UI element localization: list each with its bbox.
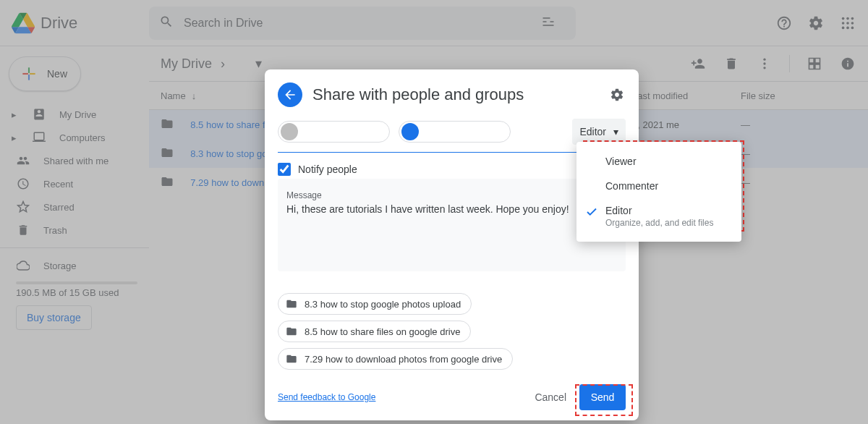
send-button[interactable]: Send [579, 384, 626, 410]
dialog-gear-icon[interactable] [608, 86, 626, 103]
role-option[interactable]: Commenter [576, 174, 741, 198]
people-input-row[interactable]: Editor▾ [278, 119, 626, 153]
back-button[interactable] [278, 82, 302, 107]
person-chip[interactable] [399, 121, 511, 143]
avatar-icon [401, 123, 419, 140]
folder-icon [286, 326, 297, 337]
caret-down-icon: ▾ [613, 126, 618, 137]
person-chip[interactable] [278, 121, 390, 143]
attachment-chip[interactable]: 8.3 how to stop google photos upload [278, 293, 472, 315]
avatar-icon [281, 123, 298, 140]
share-dialog: Share with people and groups Editor▾ Not… [265, 69, 639, 420]
message-textarea[interactable]: Hi, these are tutorials I have written l… [286, 200, 617, 264]
feedback-link[interactable]: Send feedback to Google [278, 392, 375, 402]
role-option[interactable]: Viewer [576, 149, 741, 174]
role-dropdown[interactable]: Editor▾ [572, 119, 626, 145]
cancel-button[interactable]: Cancel [535, 391, 566, 403]
check-icon [585, 205, 598, 221]
folder-icon [286, 298, 297, 310]
folder-icon [286, 353, 297, 365]
attachment-chip[interactable]: 8.5 how to share files on google drive [278, 321, 471, 342]
dialog-title: Share with people and groups [312, 85, 598, 104]
attachments-list: 8.3 how to stop google photos upload8.5 … [278, 293, 626, 370]
role-option[interactable]: EditorOrganize, add, and edit files [576, 198, 741, 234]
message-label: Message [286, 190, 617, 200]
notify-checkbox[interactable]: Notify people [278, 163, 626, 176]
role-popover: ViewerCommenterEditorOrganize, add, and … [576, 142, 741, 242]
attachment-chip[interactable]: 7.29 how to download photos from google … [278, 348, 513, 370]
